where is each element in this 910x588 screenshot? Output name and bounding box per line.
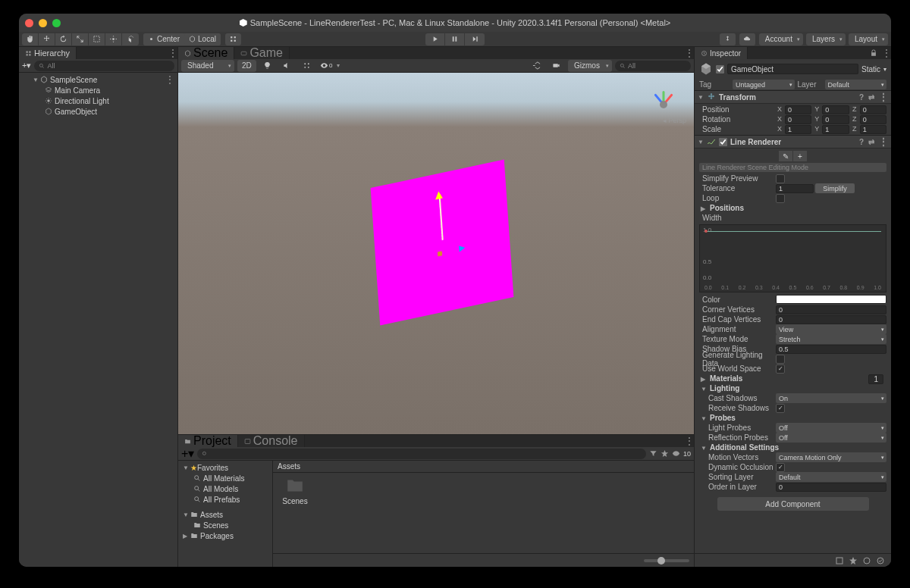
project-grid[interactable]: Scenes [273, 473, 694, 553]
alignment-dropdown[interactable]: View [776, 324, 886, 334]
gen-lighting-checkbox[interactable] [776, 355, 785, 364]
scenes-folder[interactable]: Scenes [178, 520, 272, 530]
favorite-item[interactable]: All Materials [178, 473, 272, 483]
layout-dropdown[interactable]: Layout [849, 33, 888, 45]
scene-row[interactable]: ▼SampleScene⋮ [19, 74, 177, 85]
project-search[interactable] [197, 449, 646, 459]
project-add-dropdown[interactable]: +▾ [181, 446, 194, 461]
favorite-item[interactable]: All Prefabs [178, 494, 272, 505]
light-probes-dropdown[interactable]: Off [776, 423, 886, 433]
simplify-preview-checkbox[interactable] [776, 174, 785, 183]
pos-z-field[interactable]: 0 [860, 105, 886, 114]
project-menu-icon[interactable]: ⋮ [685, 436, 694, 446]
help-icon[interactable]: ? [859, 93, 864, 102]
scl-z-field[interactable]: 1 [860, 125, 886, 134]
hierarchy-search[interactable]: All [34, 61, 174, 71]
transform-tool[interactable] [105, 33, 122, 45]
y-axis-gizmo[interactable] [435, 186, 443, 199]
scene-menu-icon[interactable]: ⋮ [685, 48, 694, 58]
rot-y-field[interactable]: 0 [822, 115, 849, 124]
materials-section[interactable]: ▶Materials1 [695, 374, 891, 383]
scl-y-field[interactable]: 1 [822, 125, 849, 134]
account-dropdown[interactable]: Account [759, 33, 803, 45]
fx-icon[interactable] [299, 60, 315, 72]
perspective-label[interactable]: ◂ Persp [663, 117, 686, 124]
favorite-item[interactable]: All Models [178, 483, 272, 494]
favorites-folder[interactable]: ▼★ Favorites [178, 462, 272, 473]
rect-tool[interactable] [89, 33, 105, 45]
preset-icon[interactable]: ⇄ [868, 138, 874, 146]
corner-vertices-field[interactable]: 0 [776, 305, 886, 314]
thumbnail-slider[interactable] [644, 559, 689, 562]
pause-button[interactable] [445, 33, 465, 45]
scl-x-field[interactable]: 1 [785, 125, 811, 134]
width-curve-graph[interactable]: 1.0 0.5 0.0 0.00.10.20.30.40.50.60.70.80… [699, 224, 886, 292]
gizmo-center-icon[interactable] [660, 101, 667, 108]
tag-dropdown[interactable]: Untagged [733, 80, 795, 89]
preset-icon[interactable]: ⇄ [868, 93, 874, 102]
packages-folder[interactable]: ▶ Packages [178, 530, 272, 541]
maximize-icon[interactable] [52, 19, 61, 27]
loop-checkbox[interactable] [776, 194, 785, 203]
assets-folder[interactable]: ▼ Assets [178, 509, 272, 520]
hierarchy-item[interactable]: GameObject [19, 106, 177, 117]
endcap-field[interactable]: 0 [776, 315, 886, 324]
step-button[interactable] [465, 33, 485, 45]
positions-section[interactable]: ▶Positions [695, 203, 891, 213]
lighting-icon[interactable] [259, 60, 276, 72]
x-axis-gizmo[interactable] [459, 244, 468, 252]
hierarchy-item[interactable]: Directional Light [19, 95, 177, 106]
reflection-probes-dropdown[interactable]: Off [776, 433, 886, 443]
probes-section[interactable]: ▼Probes [695, 413, 891, 423]
layer-dropdown[interactable]: Default [825, 80, 887, 89]
center-toggle[interactable]: Center [143, 33, 184, 45]
additional-section[interactable]: ▼Additional Settings [695, 443, 891, 452]
cast-shadows-dropdown[interactable]: On [776, 393, 886, 403]
footer-icon-2[interactable] [849, 556, 858, 565]
breadcrumb[interactable]: Assets [273, 461, 694, 473]
console-tab[interactable]: Console [238, 435, 305, 447]
play-button[interactable] [425, 33, 445, 45]
order-in-layer-field[interactable]: 0 [776, 483, 886, 492]
gameobject-enabled-checkbox[interactable] [716, 65, 724, 74]
tools-icon[interactable] [529, 60, 545, 72]
lighting-section[interactable]: ▼Lighting [695, 383, 891, 393]
move-tool[interactable] [39, 33, 55, 45]
minimize-icon[interactable] [39, 19, 47, 27]
cloud-icon[interactable] [739, 33, 756, 45]
rot-z-field[interactable]: 0 [860, 115, 886, 124]
custom-tool[interactable] [122, 33, 139, 45]
add-component-button[interactable]: Add Component [717, 497, 869, 511]
pos-x-field[interactable]: 0 [785, 105, 811, 114]
scene-search[interactable]: All [615, 61, 691, 71]
component-menu-icon[interactable]: ⋮ [879, 92, 888, 102]
footer-icon-4[interactable] [876, 556, 885, 565]
scene-tab[interactable]: Scene [178, 47, 234, 59]
sorting-layer-dropdown[interactable]: Default [776, 472, 886, 482]
receive-shadows-checkbox[interactable]: ✓ [776, 404, 785, 413]
motion-vectors-dropdown[interactable]: Camera Motion Only [776, 452, 886, 462]
help-icon[interactable]: ? [859, 138, 864, 146]
dynamic-occlusion-checkbox[interactable]: ✓ [776, 463, 785, 472]
camera-icon[interactable] [548, 60, 565, 72]
simplify-button[interactable]: Simplify [815, 183, 855, 193]
inspector-tab[interactable]: Inspector [695, 47, 748, 59]
lock-icon[interactable] [870, 49, 877, 57]
layers-dropdown[interactable]: Layers [806, 33, 846, 45]
tolerance-field[interactable]: 1 [776, 184, 814, 193]
edit-points-button[interactable]: ✎ [779, 151, 792, 161]
component-menu-icon[interactable]: ⋮ [879, 137, 888, 146]
hidden-icon[interactable]: 0 [318, 60, 335, 72]
pos-y-field[interactable]: 0 [822, 105, 849, 114]
scene-menu-icon[interactable]: ⋮ [165, 75, 174, 84]
close-icon[interactable] [25, 19, 33, 27]
shading-dropdown[interactable]: Shaded [181, 60, 234, 72]
footer-icon-1[interactable] [835, 556, 844, 565]
2d-toggle[interactable]: 2D [237, 60, 256, 72]
hierarchy-menu-icon[interactable]: ⋮ [168, 48, 177, 58]
game-tab[interactable]: Game [234, 47, 290, 59]
line-renderer-enabled-checkbox[interactable] [719, 138, 727, 146]
favorite-icon[interactable] [661, 449, 669, 458]
gizmo-center[interactable] [438, 251, 442, 256]
scale-tool[interactable] [72, 33, 89, 45]
